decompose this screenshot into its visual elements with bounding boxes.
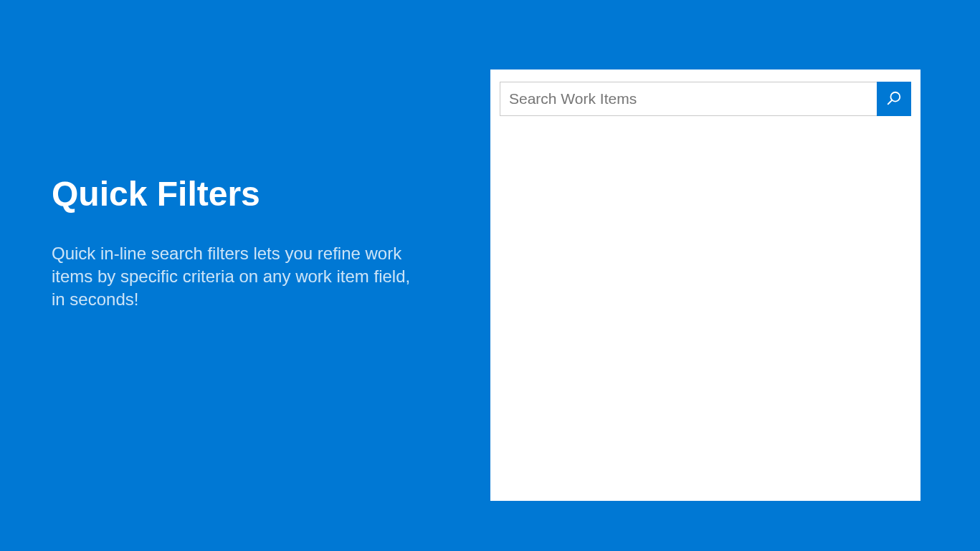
svg-line-1: [888, 100, 893, 104]
search-input[interactable]: [500, 82, 877, 116]
hero-title: Quick Filters: [52, 173, 424, 215]
search-button[interactable]: [877, 82, 911, 116]
search-panel: [490, 70, 920, 501]
hero-section: Quick Filters Quick in-line search filte…: [52, 173, 424, 312]
hero-description: Quick in-line search filters lets you re…: [52, 242, 424, 312]
search-icon: [886, 90, 902, 108]
search-row: [500, 82, 911, 116]
